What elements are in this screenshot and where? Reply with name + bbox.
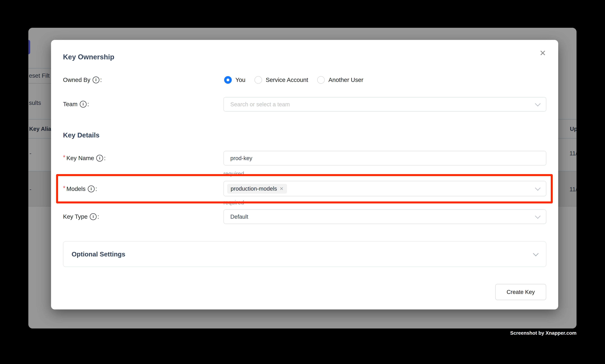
info-icon: i: [88, 185, 95, 192]
radio-selected-icon[interactable]: [224, 76, 232, 84]
radio-option-service-account[interactable]: Service Account: [254, 76, 308, 84]
chevron-down-icon: [535, 185, 541, 191]
models-select[interactable]: production-models ✕: [223, 181, 546, 196]
required-asterisk: *: [63, 154, 65, 161]
team-label-text: Team: [63, 101, 77, 108]
key-name-input[interactable]: prod-key: [223, 151, 546, 166]
model-tag-label: production-models: [231, 185, 277, 192]
key-type-label: Key Type i :: [63, 213, 99, 220]
info-icon: i: [80, 101, 87, 108]
key-name-label: * Key Name i :: [63, 155, 106, 162]
xnapper-watermark: Screenshot by Xnapper.com: [510, 330, 577, 336]
radio-label: Another User: [328, 77, 363, 83]
radio-unselected-icon[interactable]: [317, 76, 325, 84]
models-row: * Models i :: [63, 182, 97, 196]
label-colon: :: [95, 185, 97, 192]
key-type-label-text: Key Type: [63, 213, 88, 220]
key-name-label-text: Key Name: [66, 155, 94, 162]
create-key-modal: Key Ownership ✕ Owned By i : You Service…: [51, 40, 558, 310]
optional-settings-panel[interactable]: Optional Settings: [63, 241, 546, 267]
label-colon: :: [104, 155, 106, 162]
owned-by-radio-group: You Service Account Another User: [224, 76, 373, 84]
chevron-down-icon: [535, 213, 541, 219]
close-icon[interactable]: ✕: [540, 49, 546, 57]
remove-tag-icon[interactable]: ✕: [280, 186, 283, 192]
screenshot-canvas: eset Filt sults Key Alia Up - 11/ - 11/ …: [0, 0, 605, 364]
team-row: Team i :: [63, 97, 89, 112]
key-details-heading: Key Details: [63, 131, 100, 139]
modal-title: Key Ownership: [63, 53, 114, 61]
selected-model-tag: production-models ✕: [227, 184, 287, 194]
key-name-value: prod-key: [230, 155, 252, 161]
radio-label: Service Account: [266, 77, 308, 83]
team-label: Team i :: [63, 101, 89, 108]
info-icon: i: [96, 155, 103, 162]
owned-by-label: Owned By i :: [63, 77, 102, 83]
label-colon: :: [87, 101, 89, 108]
required-asterisk: *: [63, 185, 65, 192]
owned-by-label-text: Owned By: [63, 77, 90, 83]
radio-label: You: [235, 77, 245, 83]
key-name-row: * Key Name i :: [63, 151, 106, 166]
chevron-down-icon: [533, 251, 539, 256]
models-validation-message: required: [223, 199, 244, 206]
key-type-row: Key Type i :: [63, 209, 99, 224]
team-select-placeholder: Search or select a team: [230, 101, 290, 108]
label-colon: :: [100, 77, 102, 83]
info-icon: i: [90, 213, 97, 220]
team-select[interactable]: Search or select a team: [223, 97, 546, 112]
radio-option-you[interactable]: You: [224, 76, 245, 84]
optional-settings-title: Optional Settings: [72, 250, 534, 258]
models-label-text: Models: [66, 185, 85, 192]
key-type-value: Default: [230, 214, 248, 220]
label-colon: :: [97, 213, 99, 220]
create-key-button[interactable]: Create Key: [495, 284, 546, 300]
radio-unselected-icon[interactable]: [254, 76, 262, 84]
chevron-down-icon: [535, 101, 541, 106]
info-icon: i: [93, 77, 99, 83]
models-label: * Models i :: [63, 185, 97, 192]
key-name-validation-message: required: [223, 170, 244, 177]
radio-option-another-user[interactable]: Another User: [317, 76, 363, 84]
owned-by-row: Owned By i :: [63, 73, 102, 87]
key-type-select[interactable]: Default: [223, 209, 546, 224]
